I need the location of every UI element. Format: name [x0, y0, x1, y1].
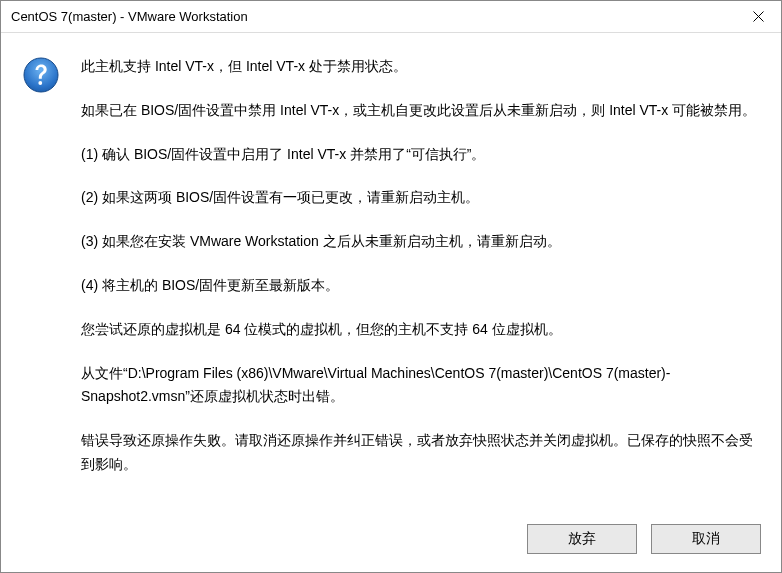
cancel-button[interactable]: 取消: [651, 524, 761, 554]
message-line: (1) 确认 BIOS/固件设置中启用了 Intel VT-x 并禁用了“可信执…: [81, 143, 757, 167]
message-line: (3) 如果您在安装 VMware Workstation 之后从未重新启动主机…: [81, 230, 757, 254]
message-line: (2) 如果这两项 BIOS/固件设置有一项已更改，请重新启动主机。: [81, 186, 757, 210]
close-icon: [753, 11, 764, 22]
titlebar: CentOS 7(master) - VMware Workstation: [1, 1, 781, 33]
message-line: 错误导致还原操作失败。请取消还原操作并纠正错误，或者放弃快照状态并关闭虚拟机。已…: [81, 429, 757, 477]
svg-point-3: [38, 81, 42, 85]
dialog-content: 此主机支持 Intel VT-x，但 Intel VT-x 处于禁用状态。 如果…: [1, 33, 781, 524]
close-button[interactable]: [735, 1, 781, 33]
message-line: 如果已在 BIOS/固件设置中禁用 Intel VT-x，或主机自更改此设置后从…: [81, 99, 757, 123]
message-line: 从文件“D:\Program Files (x86)\VMware\Virtua…: [81, 362, 757, 410]
message-line: 此主机支持 Intel VT-x，但 Intel VT-x 处于禁用状态。: [81, 55, 757, 79]
abandon-button[interactable]: 放弃: [527, 524, 637, 554]
icon-column: [21, 55, 81, 508]
message-line: 您尝试还原的虚拟机是 64 位模式的虚拟机，但您的主机不支持 64 位虚拟机。: [81, 318, 757, 342]
window-title: CentOS 7(master) - VMware Workstation: [11, 9, 248, 24]
button-row: 放弃 取消: [1, 524, 781, 572]
dialog-window: CentOS 7(master) - VMware Workstation: [0, 0, 782, 573]
message-line: (4) 将主机的 BIOS/固件更新至最新版本。: [81, 274, 757, 298]
message-body: 此主机支持 Intel VT-x，但 Intel VT-x 处于禁用状态。 如果…: [81, 55, 757, 508]
question-icon: [23, 57, 59, 93]
